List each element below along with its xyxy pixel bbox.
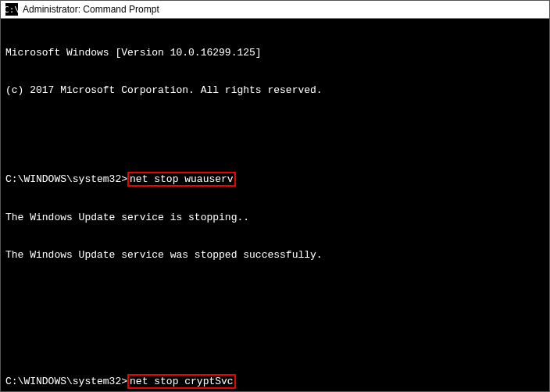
cmd-line: C:\WINDOWS\system32>net stop wuauserv [5,172,545,187]
prompt: C:\WINDOWS\system32> [5,173,127,185]
command-highlight: net stop wuauserv [127,172,236,187]
prompt: C:\WINDOWS\system32> [5,376,127,387]
cmd-icon: C:\ [5,3,18,16]
terminal-output[interactable]: Microsoft Windows [Version 10.0.16299.12… [1,19,549,392]
cmd-line: C:\WINDOWS\system32>net stop cryptSvc [5,374,545,389]
window-titlebar[interactable]: C:\ Administrator: Command Prompt [1,1,549,19]
window-title: Administrator: Command Prompt [23,4,159,15]
version-line: Microsoft Windows [Version 10.0.16299.12… [5,47,545,59]
command-highlight: net stop cryptSvc [127,374,236,389]
output-line: The Windows Update service was stopped s… [5,249,545,262]
output-line: The Windows Update service is stopping.. [5,212,545,224]
copyright-line: (c) 2017 Microsoft Corporation. All righ… [5,84,545,97]
